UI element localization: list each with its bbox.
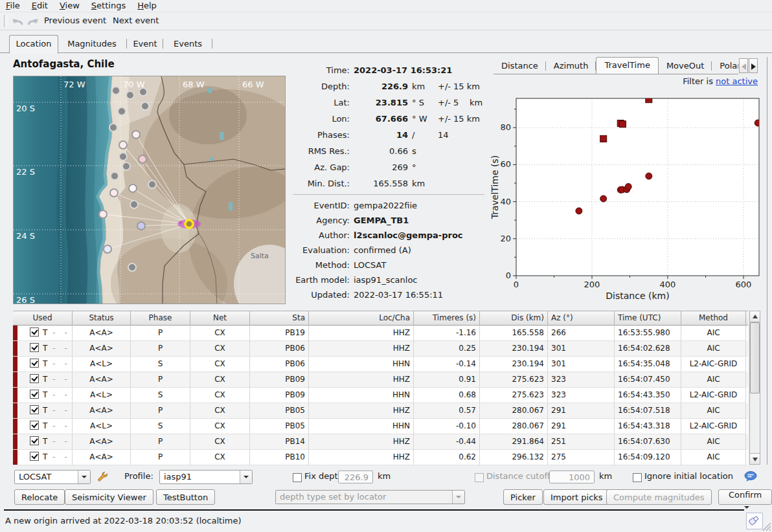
cell-status[interactable]: A<A> bbox=[73, 326, 131, 341]
column-header[interactable]: Loc/Cha bbox=[309, 311, 414, 326]
cell-used[interactable]: T- - bbox=[13, 326, 73, 341]
depth-type-select[interactable]: depth type set by locator bbox=[275, 490, 465, 504]
station-marker[interactable] bbox=[137, 222, 145, 230]
cell-used[interactable]: T- - bbox=[13, 372, 73, 388]
confirm-button[interactable]: Confirm bbox=[718, 489, 772, 505]
connection-icon[interactable] bbox=[746, 513, 763, 529]
cell-cha[interactable]: HHN bbox=[309, 357, 414, 372]
scrollbar-thumb[interactable] bbox=[750, 322, 760, 393]
cell-time[interactable]: 16:54:07.518 bbox=[615, 403, 681, 419]
cell-sta[interactable]: PB09 bbox=[250, 372, 309, 388]
column-header[interactable]: Status bbox=[73, 311, 131, 326]
station-marker[interactable] bbox=[111, 172, 119, 180]
column-header[interactable]: Timeres (s) bbox=[414, 311, 480, 326]
cell-az[interactable]: 301 bbox=[548, 341, 615, 357]
tab-location[interactable]: Location bbox=[9, 35, 58, 54]
toolbar-handle[interactable] bbox=[4, 15, 7, 27]
used-checkbox[interactable] bbox=[30, 421, 39, 430]
menu-settings[interactable]: Settings bbox=[85, 0, 131, 11]
menu-file[interactable]: File bbox=[0, 0, 26, 11]
cell-res[interactable]: 0.57 bbox=[414, 403, 480, 419]
cell-cha[interactable]: HHN bbox=[309, 388, 414, 403]
column-header[interactable]: Sta bbox=[250, 311, 309, 326]
column-header[interactable]: Az (°) bbox=[548, 311, 615, 326]
cell-method[interactable]: AIC bbox=[681, 341, 746, 357]
profile-select[interactable]: iasp91 bbox=[159, 470, 253, 484]
cell-status[interactable]: A<A> bbox=[73, 403, 131, 419]
cell-sta[interactable]: PB05 bbox=[250, 403, 309, 419]
cell-time[interactable]: 16:54:43.350 bbox=[615, 388, 681, 403]
cell-cha[interactable]: HHZ bbox=[309, 341, 414, 357]
cell-az[interactable]: 301 bbox=[548, 357, 615, 372]
relocate-button[interactable]: Relocate bbox=[14, 489, 65, 505]
cell-time[interactable]: 16:54:43.318 bbox=[615, 419, 681, 434]
seismicity-viewer-button[interactable]: Seismicity Viewer bbox=[65, 489, 153, 505]
table-row[interactable]: T- -A<A>PCXPB19HHZ-1.16165.55826616:53:5… bbox=[13, 326, 748, 341]
cell-time[interactable]: 16:54:07.450 bbox=[615, 372, 681, 388]
station-marker[interactable] bbox=[112, 87, 120, 94]
comment-bubble-icon[interactable] bbox=[744, 471, 758, 484]
compute-magnitudes-button[interactable]: Compute magnitudes bbox=[606, 489, 712, 505]
menu-help[interactable]: Help bbox=[131, 0, 163, 11]
cell-cha[interactable]: HHZ bbox=[309, 434, 414, 450]
station-marker[interactable] bbox=[148, 181, 156, 188]
cell-cha[interactable]: HHZ bbox=[309, 450, 414, 465]
scroll-up-button[interactable] bbox=[750, 311, 760, 322]
cell-status[interactable]: A<A> bbox=[73, 450, 131, 465]
table-scrollbar[interactable] bbox=[749, 311, 760, 465]
cell-az[interactable]: 323 bbox=[548, 372, 615, 388]
table-row[interactable]: T- -A<A>PCXPB09HHZ0.91275.62332316:54:07… bbox=[13, 372, 748, 388]
cell-res[interactable]: 0.91 bbox=[414, 372, 480, 388]
column-header[interactable]: Used bbox=[13, 311, 73, 326]
table-row[interactable]: T- -A<A>PCXPB14HHZ-0.44291.86425116:54:0… bbox=[13, 434, 748, 450]
used-checkbox[interactable] bbox=[30, 359, 39, 368]
cell-method[interactable]: AIC bbox=[681, 434, 746, 450]
used-checkbox[interactable] bbox=[30, 436, 39, 445]
column-header[interactable]: Time (UTC) bbox=[615, 311, 681, 326]
previous-arrow-icon[interactable] bbox=[10, 16, 25, 27]
cell-dis[interactable]: 280.067 bbox=[480, 403, 548, 419]
menu-edit[interactable]: Edit bbox=[26, 0, 54, 11]
epicenter-marker[interactable] bbox=[185, 220, 193, 228]
used-checkbox[interactable] bbox=[30, 405, 39, 414]
next-arrow-icon[interactable] bbox=[26, 16, 40, 27]
cell-sta[interactable]: PB09 bbox=[250, 388, 309, 403]
table-row[interactable]: T- -A<A>PCXPB10HHZ0.62296.13227516:54:09… bbox=[13, 450, 748, 465]
scroll-down-button[interactable] bbox=[750, 453, 760, 464]
tab-event[interactable]: Event bbox=[127, 36, 163, 52]
cell-sta[interactable]: PB06 bbox=[250, 357, 309, 372]
tab-scroll-right-button[interactable] bbox=[749, 58, 758, 73]
plot-tab-traveltime[interactable]: TravelTime bbox=[596, 57, 658, 74]
cell-sta[interactable]: PB10 bbox=[250, 450, 309, 465]
cell-status[interactable]: A<A> bbox=[73, 434, 131, 450]
table-row[interactable]: T- -A<L>SCXPB06HHN-0.14230.19430116:54:3… bbox=[13, 357, 748, 372]
cell-net[interactable]: CX bbox=[190, 341, 250, 357]
cell-phase[interactable]: P bbox=[131, 434, 190, 450]
cell-time[interactable]: 16:54:35.048 bbox=[615, 357, 681, 372]
next-event-button[interactable]: Next event bbox=[109, 14, 163, 27]
cell-status[interactable]: A<A> bbox=[73, 372, 131, 388]
station-marker[interactable] bbox=[130, 201, 138, 208]
cell-az[interactable]: 275 bbox=[548, 450, 615, 465]
cell-res[interactable]: -1.16 bbox=[414, 326, 480, 341]
cell-cha[interactable]: HHZ bbox=[309, 403, 414, 419]
cell-net[interactable]: CX bbox=[190, 419, 250, 434]
table-row[interactable]: T- -A<L>SCXPB05HHN-0.10280.06729116:54:4… bbox=[13, 419, 748, 434]
cell-method[interactable]: L2-AIC-GRID bbox=[681, 419, 746, 434]
cell-cha[interactable]: HHZ bbox=[309, 326, 414, 341]
station-marker[interactable] bbox=[119, 153, 127, 161]
cell-sta[interactable]: PB06 bbox=[250, 341, 309, 357]
test-button[interactable]: TestButton bbox=[156, 489, 215, 505]
station-marker[interactable] bbox=[129, 184, 137, 192]
used-checkbox[interactable] bbox=[30, 452, 39, 461]
cell-used[interactable]: T- - bbox=[13, 419, 73, 434]
cell-phase[interactable]: S bbox=[131, 419, 190, 434]
cell-az[interactable]: 266 bbox=[548, 326, 615, 341]
cell-method[interactable]: AIC bbox=[681, 403, 746, 419]
cell-used[interactable]: T- - bbox=[13, 357, 73, 372]
cell-dis[interactable]: 230.194 bbox=[480, 341, 548, 357]
used-checkbox[interactable] bbox=[30, 343, 39, 352]
station-marker[interactable] bbox=[110, 189, 118, 197]
cell-dis[interactable]: 165.558 bbox=[480, 326, 548, 341]
cell-res[interactable]: 0.68 bbox=[414, 388, 480, 403]
